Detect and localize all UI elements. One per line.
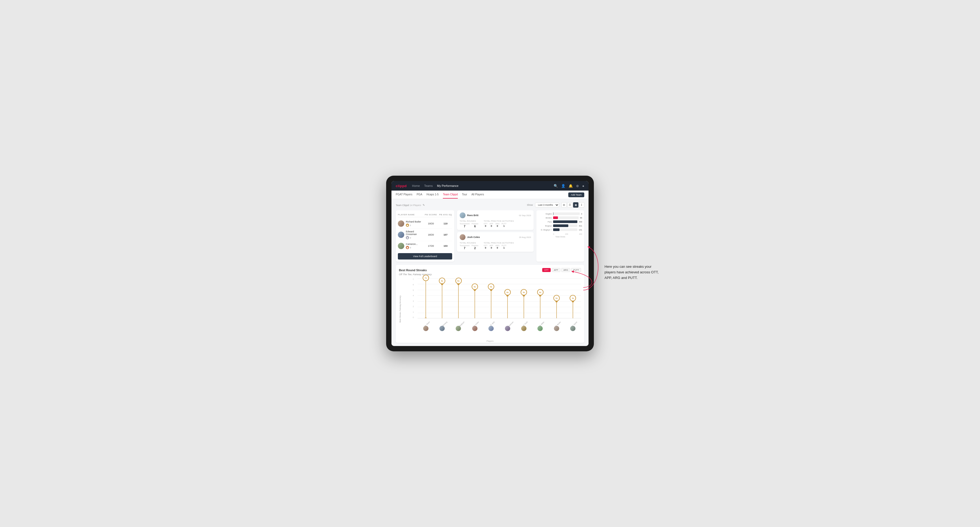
player-label-britt: R. Britt <box>486 321 496 331</box>
svg-marker-2 <box>406 247 409 249</box>
bar-track-dbogeys <box>553 229 578 231</box>
y-tick-0: 0 <box>413 316 414 318</box>
nav-home[interactable]: Home <box>412 183 420 189</box>
player-label-coles: J. Coles <box>469 321 480 331</box>
card-view-icon[interactable]: ▦ <box>573 202 578 208</box>
filter-icon[interactable]: ↧ <box>579 202 584 208</box>
bar-label-pars: Pars <box>538 221 552 223</box>
subnav-team-clippd[interactable]: Team Clippd <box>443 191 458 198</box>
filter-arg[interactable]: ARG <box>562 268 570 272</box>
grid-view-icon[interactable]: ⊞ <box>562 202 567 208</box>
player-card-josh: Josh Coles 26 Aug 2023 Total Rounds Tour <box>457 232 534 252</box>
bar-row-bogeys: Bogeys 311 <box>538 224 582 227</box>
edit-icon[interactable]: ✎ <box>423 204 425 206</box>
bar-label-eagles: Eagles <box>538 213 552 215</box>
player-cards: Rees Britt 02 Sep 2023 Total Rounds Tour <box>457 210 534 262</box>
player-badge-2: 2 <box>406 236 423 239</box>
x-label-400: 400 <box>579 233 582 235</box>
ott-value-2: 0 <box>485 246 486 249</box>
card-player-info-rees: Rees Britt <box>460 213 479 218</box>
add-team-button[interactable]: Add Team <box>568 192 584 197</box>
app-stat-2: APP 0 <box>490 244 493 249</box>
practice-value: 6 <box>474 225 476 228</box>
subnav: PGAT Players PGA Hcaps 1-5 Team Clippd T… <box>391 190 589 199</box>
leaderboard-header: PLAYER NAME PB SCORE PB AVG SQ <box>398 213 452 217</box>
bar-fill-bogeys <box>553 224 568 227</box>
y-tick-2: 2 <box>413 306 414 307</box>
practice-stat: Practice 6 <box>472 223 478 228</box>
tournament-stat: Tournament 7 <box>460 223 469 228</box>
bar-fill-dbogeys <box>553 229 560 231</box>
card-header-rees: Rees Britt 02 Sep 2023 <box>460 213 531 218</box>
filter-putt[interactable]: PUTT <box>571 268 581 272</box>
gold-badge-icon <box>406 224 409 227</box>
list-view-icon[interactable]: ☰ <box>567 202 573 208</box>
ott-stat-2: OTT 0 <box>484 244 487 249</box>
player-label-mcharg: B. McHarg <box>437 321 447 331</box>
avatar-icon[interactable]: ● <box>582 184 584 188</box>
leaderboard-card: PLAYER NAME PB SCORE PB AVG SQ <box>396 210 454 262</box>
nav-my-performance[interactable]: My Performance <box>437 183 458 189</box>
total-rounds-group-2: Total Rounds Tournament 7 Practice <box>460 242 478 250</box>
bar-label-bogeys: Bogeys <box>538 225 552 227</box>
app-value-2: 0 <box>491 246 492 249</box>
card-player-info-josh: Josh Coles <box>460 234 480 240</box>
person-icon[interactable]: 👤 <box>561 184 565 188</box>
bar-track-birdies <box>553 216 579 219</box>
bubble-ford: 4x <box>520 289 527 295</box>
practice-value-2: 2 <box>474 246 476 250</box>
x-axis-players-label: Players <box>487 340 494 342</box>
subnav-pgat[interactable]: PGAT Players <box>396 191 412 198</box>
arg-value: 0 <box>497 225 498 227</box>
subnav-links: PGAT Players PGA Hcaps 1-5 Team Clippd T… <box>396 191 568 198</box>
bubble-miller: 4x <box>537 289 544 295</box>
putt-value: 1 <box>503 225 504 227</box>
practice-stat-2: Practice 2 <box>472 244 478 250</box>
nav-links: Home Teams My Performance <box>412 183 554 189</box>
svg-marker-1 <box>406 237 409 239</box>
view-leaderboard-button[interactable]: View Full Leaderboard <box>398 253 452 259</box>
player-label-crossman: E. Crossman <box>502 321 513 331</box>
svg-marker-0 <box>406 224 409 226</box>
arg-stat: ARG 0 <box>495 223 499 227</box>
team-title: Team Clippd 14 Players <box>396 204 421 206</box>
search-icon[interactable]: 🔍 <box>554 184 558 188</box>
player-badge-3: 3 <box>406 246 418 249</box>
player-label-ford: D. Ford <box>519 321 529 331</box>
player-info-1: Richard Butler 1 <box>398 221 423 227</box>
arg-stat-2: ARG 0 <box>495 244 499 249</box>
svg-point-5 <box>425 317 427 318</box>
filter-app[interactable]: APP <box>552 268 560 272</box>
player-bottom-labels: E. Ebert B. McHarg D. Billingham <box>418 320 581 340</box>
subnav-all-players[interactable]: All Players <box>471 191 484 198</box>
avatar <box>460 234 466 240</box>
subnav-hcaps[interactable]: Hcaps 1-5 <box>426 191 439 198</box>
x-axis-title: Total Shots <box>538 236 582 238</box>
bar-value-dbogeys: 131 <box>579 229 582 231</box>
chart-inner: 7 6 5 4 3 2 1 0 <box>418 278 581 318</box>
tournament-value: 7 <box>464 225 465 228</box>
player-info-3: Cameron... 3 <box>398 243 423 249</box>
subnav-tour[interactable]: Tour <box>462 191 467 198</box>
player-info-2: Edward Crossman 2 <box>398 230 423 239</box>
bubble-quick: 3x <box>570 295 576 301</box>
bell-icon[interactable]: 🔔 <box>568 184 573 188</box>
rounds-sub-2: Tournament 7 Practice 2 <box>460 244 478 250</box>
filter-ott[interactable]: OTT <box>542 268 551 272</box>
player-name-2: Edward Crossman <box>406 230 423 236</box>
streaks-title: Best Round Streaks <box>399 268 427 272</box>
subnav-pga[interactable]: PGA <box>417 191 422 198</box>
player-label-butler: R. Butler <box>551 321 562 331</box>
player-card-rees: Rees Britt 02 Sep 2023 Total Rounds Tour <box>457 210 534 230</box>
streaks-filter: OTT APP ARG PUTT <box>542 268 581 272</box>
avatar <box>460 213 466 218</box>
bar-fill-pars <box>553 221 578 223</box>
silver-badge-icon <box>406 236 409 239</box>
period-select[interactable]: Last 3 months <box>535 203 559 207</box>
practice-activities-group: Total Practice Activities OTT 0 APP <box>484 220 514 228</box>
card-date-rees: 02 Sep 2023 <box>519 214 531 217</box>
target-icon[interactable]: ⊕ <box>576 184 579 188</box>
avatar <box>488 326 494 331</box>
main-content: Team Clippd 14 Players ✎ Show Last 3 mon… <box>391 199 589 346</box>
nav-teams[interactable]: Teams <box>424 183 433 189</box>
